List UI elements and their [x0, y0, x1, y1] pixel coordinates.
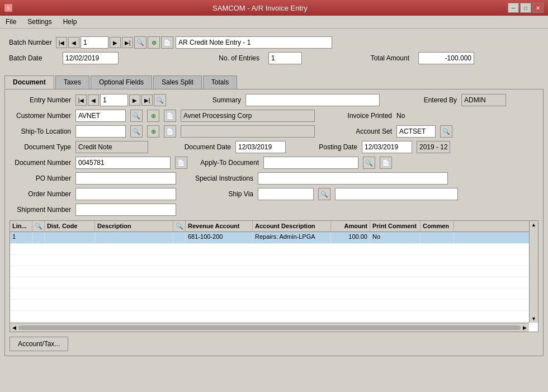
table-row[interactable]	[10, 289, 538, 300]
restore-button[interactable]: □	[520, 3, 531, 13]
batch-first-btn[interactable]: |◀	[56, 37, 67, 48]
tab-document[interactable]: Document	[4, 75, 54, 89]
table-header: Lin... 🔍 Dist. Code Description 🔍 Revenu…	[10, 221, 538, 232]
batch-nav: |◀ ◀ 1 ▶ ▶| 🔍 ⊕ 📄	[56, 36, 173, 49]
customer-detail-btn[interactable]: 📄	[164, 110, 176, 122]
cell-print-comment-1: No	[370, 232, 421, 243]
tab-totals[interactable]: Totals	[203, 75, 237, 89]
table-body: 1 681-100-200 Repairs: Admin-LPGA 100.00…	[10, 232, 538, 324]
cell-revenue-account-1: 681-100-200	[186, 232, 253, 243]
batch-copy-btn[interactable]: 📄	[161, 36, 173, 49]
table-row[interactable]	[10, 277, 538, 289]
document-number-input[interactable]: 0045781	[75, 157, 171, 169]
batch-number-input[interactable]: 1	[81, 36, 108, 49]
entry-last-btn[interactable]: ▶|	[141, 95, 153, 106]
minimize-button[interactable]: ─	[508, 3, 519, 13]
ship-to-input[interactable]	[75, 125, 126, 138]
po-number-input[interactable]	[75, 172, 176, 185]
row-shipment: Shipment Number	[10, 204, 538, 216]
scroll-right-btn[interactable]: ▶	[521, 324, 529, 332]
ship-to-add-btn[interactable]: ⊕	[147, 125, 159, 138]
table-row[interactable]	[10, 266, 538, 277]
shipment-number-label: Shipment Number	[10, 206, 71, 214]
cell-comment-1	[421, 232, 454, 243]
apply-to-label: Apply-To Document	[197, 159, 259, 167]
batch-description-input[interactable]: AR Credit Note Entry - 1	[176, 36, 332, 49]
summary-input[interactable]	[245, 94, 380, 106]
scroll-down-btn[interactable]: ▼	[530, 315, 537, 323]
cell-search-1	[32, 232, 45, 243]
document-date-input[interactable]: 12/03/2019	[235, 141, 286, 153]
order-number-input[interactable]	[75, 188, 176, 200]
entry-nav: |◀ ◀ 1 ▶ ▶| 🔍	[75, 94, 166, 106]
cell-line-1: 1	[10, 232, 32, 243]
cell-description-1	[95, 232, 173, 243]
customer-name-input[interactable]: Avnet Processing Corp	[181, 110, 315, 122]
batch-add-btn[interactable]: ⊕	[148, 36, 160, 49]
document-number-detail-btn[interactable]: 📄	[175, 157, 187, 169]
ship-via-desc-input[interactable]	[335, 188, 458, 200]
apply-to-search-btn[interactable]: 🔍	[363, 157, 375, 169]
tab-sales-split[interactable]: Sales Split	[153, 75, 202, 89]
tab-optional-fields[interactable]: Optional Fields	[91, 75, 152, 89]
ship-to-search-btn[interactable]: 🔍	[130, 125, 143, 138]
batch-date-input[interactable]: 12/02/2019	[63, 52, 119, 64]
document-number-label: Document Number	[10, 159, 71, 167]
entered-by-input[interactable]: ADMIN	[461, 94, 506, 106]
account-set-search-btn[interactable]: 🔍	[440, 125, 452, 138]
batch-last-btn[interactable]: ▶|	[122, 37, 133, 48]
ship-to-detail-btn[interactable]: 📄	[164, 125, 176, 138]
menu-file[interactable]: File	[2, 17, 20, 27]
batch-prev-btn[interactable]: ◀	[68, 37, 79, 48]
account-set-label: Account Set	[330, 127, 392, 135]
row-customer: Customer Number AVNET 🔍 ⊕ 📄 Avnet Proces…	[10, 110, 538, 122]
customer-search-btn[interactable]: 🔍	[130, 110, 143, 122]
entry-first-btn[interactable]: |◀	[75, 95, 87, 106]
total-amount-input[interactable]: -100.000	[418, 52, 474, 64]
account-tax-button[interactable]: Account/Tax...	[10, 337, 68, 351]
shipment-number-input[interactable]	[75, 204, 176, 216]
entry-number-input[interactable]: 1	[100, 94, 128, 106]
table-row[interactable]	[10, 300, 538, 311]
invoice-printed-label: Invoice Printed	[330, 112, 392, 120]
table-row[interactable]: 1 681-100-200 Repairs: Admin-LPGA 100.00…	[10, 232, 538, 244]
table-row[interactable]	[10, 255, 538, 266]
posting-period-input[interactable]: 2019 - 12	[417, 141, 450, 153]
table-row[interactable]	[10, 244, 538, 255]
col-line: Lin...	[10, 221, 32, 232]
apply-to-input[interactable]	[263, 157, 358, 169]
menu-help[interactable]: Help	[60, 17, 81, 27]
customer-add-btn[interactable]: ⊕	[147, 110, 159, 122]
entry-next-btn[interactable]: ▶	[129, 95, 140, 106]
ship-to-desc-input[interactable]	[181, 125, 315, 138]
customer-number-input[interactable]: AVNET	[75, 110, 126, 122]
document-type-input[interactable]: Credit Note	[75, 141, 148, 153]
special-instructions-input[interactable]	[258, 172, 448, 185]
entry-search-btn[interactable]: 🔍	[154, 94, 166, 106]
col-description: Description	[95, 221, 173, 232]
entry-number-label: Entry Number	[10, 96, 71, 104]
entries-input[interactable]: 1	[268, 52, 302, 64]
scroll-left-btn[interactable]: ◀	[10, 324, 18, 332]
menu-settings[interactable]: Settings	[24, 17, 55, 27]
row-entry-summary: Entry Number |◀ ◀ 1 ▶ ▶| 🔍 Summary Enter…	[10, 94, 538, 106]
app-icon: S	[4, 4, 12, 12]
table-vscrollbar[interactable]: ▲ ▼	[529, 221, 538, 323]
table-row[interactable]	[10, 311, 538, 322]
entry-prev-btn[interactable]: ◀	[88, 95, 99, 106]
apply-to-detail-btn[interactable]: 📄	[380, 157, 392, 169]
batch-search-btn[interactable]: 🔍	[134, 36, 147, 49]
ship-via-search-btn[interactable]: 🔍	[318, 188, 330, 200]
row-po: PO Number Special Instructions	[10, 172, 538, 185]
scroll-up-btn[interactable]: ▲	[530, 221, 537, 229]
table-hscrollbar[interactable]: ◀ ▶	[10, 323, 529, 332]
line-items-table: Lin... 🔍 Dist. Code Description 🔍 Revenu…	[10, 220, 538, 332]
tab-taxes[interactable]: Taxes	[55, 75, 89, 89]
account-set-input[interactable]: ACTSET	[396, 125, 436, 138]
row-document-type: Document Type Credit Note Document Date …	[10, 141, 538, 153]
document-type-label: Document Type	[10, 143, 71, 151]
posting-date-input[interactable]: 12/03/2019	[362, 141, 412, 153]
ship-via-code-input[interactable]	[258, 188, 314, 200]
batch-next-btn[interactable]: ▶	[110, 37, 121, 48]
close-window-button[interactable]: ✕	[532, 3, 544, 13]
